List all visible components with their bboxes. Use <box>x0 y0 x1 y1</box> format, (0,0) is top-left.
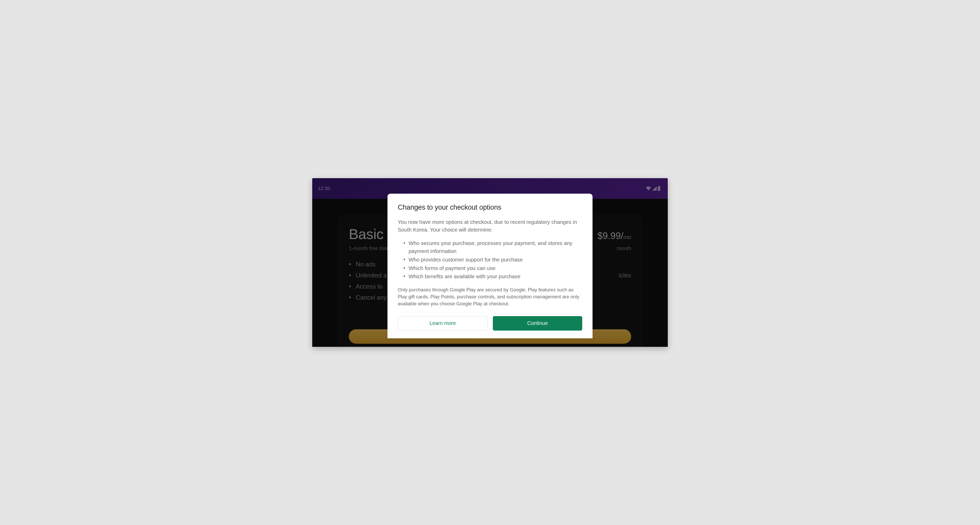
dialog-action-row: Learn more Continue <box>398 316 582 330</box>
dialog-bullet-list: Who secures your purchase, processes you… <box>398 239 582 281</box>
dialog-bullet-item: Which benefits are available with your p… <box>403 272 582 281</box>
dialog-bullet-item: Which forms of payment you can use <box>403 264 582 273</box>
dialog-bullet-item: Who provides customer support for the pu… <box>403 255 582 264</box>
checkout-options-dialog: Changes to your checkout options You now… <box>387 194 593 338</box>
dialog-title: Changes to your checkout options <box>398 203 582 211</box>
device-frame: 12:30 Basic $9.99/mo 1-month free trial … <box>312 178 668 347</box>
dialog-bullet-item: Who secures your purchase, processes you… <box>403 239 582 255</box>
dialog-intro-text: You now have more options at checkout, d… <box>398 218 582 233</box>
dialog-footer-note: Only purchases through Google Play are s… <box>398 286 582 307</box>
learn-more-button[interactable]: Learn more <box>398 316 488 330</box>
continue-button[interactable]: Continue <box>493 316 582 330</box>
